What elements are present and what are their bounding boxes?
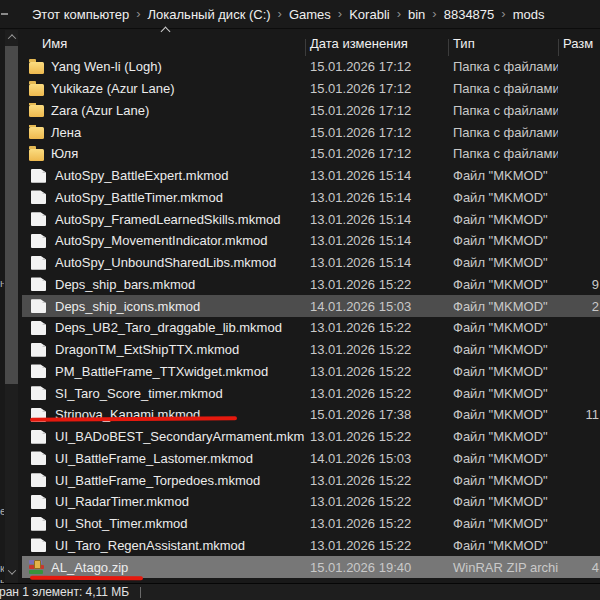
breadcrumb-item[interactable]: 8834875: [444, 7, 495, 22]
file-row[interactable]: Deps_UB2_Taro_draggable_lib.mkmod 13.01.…: [22, 317, 600, 339]
clipped-tree-label: к: [0, 562, 4, 574]
file-row[interactable]: Strinova_Kanami.mkmod 15.01.2026 17:38 Ф…: [22, 404, 600, 426]
file-type: Файл "MKMOD": [448, 516, 558, 531]
file-date: 13.01.2026 15:22: [305, 473, 448, 488]
file-type: Файл "MKMOD": [448, 212, 558, 227]
folder-icon: [29, 105, 44, 117]
file-row[interactable]: Deps_ship_bars.mkmod 13.01.2026 15:22 Фа…: [22, 274, 600, 296]
file-row[interactable]: UI_RadarTimer.mkmod 13.01.2026 15:22 Фай…: [22, 491, 600, 513]
file-row[interactable]: AutoSpy_FramedLearnedSkills.mkmod 13.01.…: [22, 208, 600, 230]
file-row[interactable]: AutoSpy_MovementIndicator.mkmod 13.01.20…: [22, 230, 600, 252]
file-name: Yang Wen-li (Logh): [51, 59, 162, 74]
breadcrumb-separator-icon[interactable]: ›: [278, 6, 282, 21]
file-row[interactable]: UI_BADoBEST_SecondaryArmament.mkm… 13.01…: [22, 426, 600, 448]
file-type: Файл "MKMOD": [448, 494, 558, 509]
file-name: UI_Taro_RegenAssistant.mkmod: [55, 538, 245, 553]
column-header-size[interactable]: Разм: [558, 36, 600, 51]
file-icon: [31, 234, 46, 248]
breadcrumb-item[interactable]: bin: [408, 7, 425, 22]
file-name: UI_BattleFrame_Torpedoes.mkmod: [55, 473, 260, 488]
file-icon: [31, 364, 46, 378]
breadcrumb-separator-icon[interactable]: ›: [397, 6, 401, 21]
file-icon: [31, 343, 46, 357]
file-icon: [31, 430, 46, 444]
file-size: 2: [558, 299, 600, 314]
file-name: UI_BADoBEST_SecondaryArmament.mkm…: [55, 429, 305, 444]
red-underline-annotation-atago: [30, 576, 143, 581]
file-icon: [31, 451, 46, 465]
file-size: 9: [558, 277, 600, 292]
clipped-tree-label: е: [0, 505, 4, 517]
clipped-tree-label: ь: [0, 576, 4, 583]
file-row[interactable]: DragonTM_ExtShipTTX.mkmod 13.01.2026 15:…: [22, 339, 600, 361]
file-date: 15.01.2026 19:40: [305, 560, 448, 575]
file-row[interactable]: PM_BattleFrame_TTXwidget.mkmod 13.01.202…: [22, 361, 600, 383]
breadcrumb-item[interactable]: Korabli: [349, 7, 389, 22]
file-icon: [31, 169, 46, 183]
file-row[interactable]: UI_BattleFrame_Torpedoes.mkmod 13.01.202…: [22, 469, 600, 491]
breadcrumb-item[interactable]: Локальный диск (C:): [148, 7, 271, 22]
file-date: 13.01.2026 15:22: [305, 538, 448, 553]
file-name: AutoSpy_FramedLearnedSkills.mkmod: [55, 212, 280, 227]
file-name: DragonTM_ExtShipTTX.mkmod: [55, 342, 239, 357]
breadcrumb-item[interactable]: Этот компьютер: [32, 7, 129, 22]
file-type: Файл "MKMOD": [448, 342, 558, 357]
selection-summary: ран 1 элемент: 4,11 МБ: [0, 585, 129, 599]
file-type: Папка с файлами: [448, 81, 558, 96]
breadcrumb-item[interactable]: mods: [513, 7, 545, 22]
file-date: 13.01.2026 15:22: [305, 342, 448, 357]
file-row[interactable]: AutoSpy_BattleTimer.mkmod 13.01.2026 15:…: [22, 187, 600, 209]
file-row[interactable]: Deps_ship_icons.mkmod 14.01.2026 15:03 Ф…: [22, 295, 600, 317]
column-header-name-label: Имя: [42, 36, 67, 51]
file-row[interactable]: AL_Atago.zip 15.01.2026 19:40 WinRAR ZIP…: [22, 556, 600, 578]
scroll-down-icon[interactable]: [5, 565, 18, 579]
file-type: Файл "MKMOD": [448, 473, 558, 488]
file-icon: [31, 299, 46, 313]
file-row[interactable]: UI_Taro_RegenAssistant.mkmod 13.01.2026 …: [22, 535, 600, 557]
column-header-type[interactable]: Тип: [448, 36, 558, 51]
file-type: Файл "MKMOD": [448, 299, 558, 314]
nav-pane-sliver: некь: [0, 30, 22, 583]
scrollbar-thumb[interactable]: [5, 46, 18, 384]
file-name: Deps_ship_icons.mkmod: [55, 299, 200, 314]
status-bar: ран 1 элемент: 4,11 МБ: [0, 583, 600, 600]
nav-scrollbar[interactable]: [5, 30, 18, 583]
breadcrumb-separator-icon[interactable]: ›: [338, 6, 342, 21]
file-row[interactable]: Yang Wen-li (Logh) 15.01.2026 17:12 Папк…: [22, 56, 600, 78]
file-date: 15.01.2026 17:12: [305, 146, 448, 161]
file-row[interactable]: SI_Taro_Score_timer.mkmod 13.01.2026 15:…: [22, 382, 600, 404]
file-date: 13.01.2026 15:22: [305, 364, 448, 379]
file-type: Файл "MKMOD": [448, 364, 558, 379]
file-row[interactable]: AutoSpy_UnboundSharedLibs.mkmod 13.01.20…: [22, 252, 600, 274]
status-separator: [140, 587, 141, 598]
file-list-pane: Имя Дата изменения Тип Разм Yang Wen-li …: [22, 30, 600, 578]
file-type: Файл "MKMOD": [448, 407, 558, 422]
file-row[interactable]: Лена 15.01.2026 17:12 Папка с файлами: [22, 121, 600, 143]
file-row[interactable]: AutoSpy_BattleExpert.mkmod 13.01.2026 15…: [22, 165, 600, 187]
file-type: Файл "MKMOD": [448, 320, 558, 335]
file-icon: [31, 495, 46, 509]
file-type: Папка с файлами: [448, 146, 558, 161]
file-type: Файл "MKMOD": [448, 255, 558, 270]
column-header-date[interactable]: Дата изменения: [305, 36, 448, 51]
scroll-up-icon[interactable]: [5, 30, 18, 44]
file-row[interactable]: UI_Shot_Timer.mkmod 13.01.2026 15:22 Фай…: [22, 513, 600, 535]
file-type: Файл "MKMOD": [448, 386, 558, 401]
file-type: Файл "MKMOD": [448, 451, 558, 466]
file-row[interactable]: UI_BattleFrame_Lastomer.mkmod 14.01.2026…: [22, 448, 600, 470]
file-row[interactable]: Yukikaze (Azur Lane) 15.01.2026 17:12 Па…: [22, 78, 600, 100]
breadcrumb-separator-icon[interactable]: ›: [501, 6, 505, 21]
file-date: 13.01.2026 15:14: [305, 233, 448, 248]
file-date: 15.01.2026 17:12: [305, 103, 448, 118]
breadcrumb-separator-icon[interactable]: ›: [432, 6, 436, 21]
file-row[interactable]: Zara (Azur Lane) 15.01.2026 17:12 Папка …: [22, 100, 600, 122]
file-row[interactable]: Юля 15.01.2026 17:12 Папка с файлами: [22, 143, 600, 165]
column-header-name[interactable]: Имя: [22, 36, 305, 51]
file-icon: [31, 277, 46, 291]
file-name: SI_Taro_Score_timer.mkmod: [55, 386, 223, 401]
breadcrumb-item[interactable]: Games: [289, 7, 331, 22]
file-icon: [31, 212, 46, 226]
folder-icon: [29, 127, 44, 139]
file-date: 14.01.2026 15:03: [305, 451, 448, 466]
breadcrumb-separator-icon[interactable]: ›: [136, 6, 140, 21]
